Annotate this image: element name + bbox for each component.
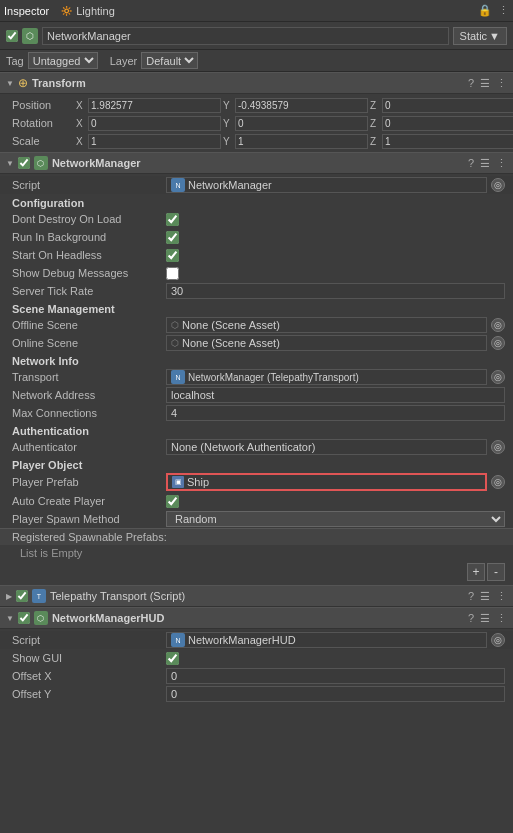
rotation-x-input[interactable] xyxy=(88,116,221,131)
static-button[interactable]: Static ▼ xyxy=(453,27,507,45)
scale-z-input[interactable] xyxy=(382,134,513,149)
nm-enabled-checkbox[interactable] xyxy=(18,157,30,169)
telepathy-menu-icon[interactable]: ⋮ xyxy=(496,590,507,603)
hud-script-icon: N xyxy=(171,633,185,647)
hud-settings-icon[interactable]: ☰ xyxy=(480,612,490,625)
scale-z-letter: Z xyxy=(370,136,380,147)
online-scene-icon: ⬡ xyxy=(171,338,179,348)
nm-transport-field: N NetworkManager (TelepathyTransport) xyxy=(166,369,487,385)
nm-show-debug-checkbox[interactable] xyxy=(166,267,179,280)
object-header: ⬡ Static ▼ xyxy=(0,22,513,50)
scale-x-item: X xyxy=(76,134,221,149)
nm-auto-create-checkbox[interactable] xyxy=(166,495,179,508)
transform-menu-icon[interactable]: ⋮ xyxy=(496,77,507,90)
position-y-item: Y xyxy=(223,98,368,113)
rotation-y-input[interactable] xyxy=(235,116,368,131)
telepathy-settings-icon[interactable]: ☰ xyxy=(480,590,490,603)
nm-player-prefab-field: ▣ Ship xyxy=(166,473,487,491)
tab-inspector[interactable]: Inspector xyxy=(4,5,49,17)
nm-transport-picker[interactable]: ◎ xyxy=(491,370,505,384)
menu-icon[interactable]: ⋮ xyxy=(498,4,509,17)
rotation-z-item: Z xyxy=(370,116,513,131)
transform-help-icon[interactable]: ? xyxy=(468,77,474,90)
nm-offline-scene-value: None (Scene Asset) xyxy=(182,319,280,331)
hud-script-field: N NetworkManagerHUD xyxy=(166,632,487,648)
lock-icon[interactable]: 🔒 xyxy=(478,4,492,17)
nm-menu-icon[interactable]: ⋮ xyxy=(496,157,507,170)
telepathy-enabled-checkbox[interactable] xyxy=(16,590,28,602)
position-x-input[interactable] xyxy=(88,98,221,113)
scale-y-input[interactable] xyxy=(235,134,368,149)
nm-section-header[interactable]: ▼ ⬡ NetworkManager ? ☰ ⋮ xyxy=(0,152,513,174)
transform-header-icons: ? ☰ ⋮ xyxy=(468,77,507,90)
nm-collapse-icon: ▼ xyxy=(6,159,14,168)
nm-add-prefab-button[interactable]: + xyxy=(467,563,485,581)
scale-row: Scale X Y Z xyxy=(0,132,513,150)
layer-select[interactable]: Default xyxy=(141,52,198,69)
scale-x-input[interactable] xyxy=(88,134,221,149)
nm-maxconn-row: Max Connections xyxy=(0,404,513,422)
hud-enabled-checkbox[interactable] xyxy=(18,612,30,624)
position-label: Position xyxy=(12,99,72,111)
nm-authenticator-picker[interactable]: ◎ xyxy=(491,440,505,454)
layer-label: Layer xyxy=(110,55,138,67)
nm-maxconn-input[interactable] xyxy=(166,405,505,421)
lighting-tab-label: Lighting xyxy=(76,5,115,17)
position-x-letter: X xyxy=(76,100,86,111)
nm-settings-icon[interactable]: ☰ xyxy=(480,157,490,170)
hud-section-header[interactable]: ▼ ⬡ NetworkManagerHUD ? ☰ ⋮ xyxy=(0,607,513,629)
hud-props: Script N NetworkManagerHUD ◎ Show GUI Of… xyxy=(0,629,513,705)
tag-layer-bar: Tag Untagged Layer Default xyxy=(0,50,513,72)
nm-remove-prefab-button[interactable]: - xyxy=(487,563,505,581)
tab-lighting[interactable]: 🔆 Lighting xyxy=(61,5,115,17)
rotation-y-letter: Y xyxy=(223,118,233,129)
hud-menu-icon[interactable]: ⋮ xyxy=(496,612,507,625)
telepathy-section-header[interactable]: ▶ T Telepathy Transport (Script) ? ☰ ⋮ xyxy=(0,585,513,607)
hud-show-gui-checkbox[interactable] xyxy=(166,652,179,665)
nm-show-debug-row: Show Debug Messages xyxy=(0,264,513,282)
position-row: Position X Y Z xyxy=(0,96,513,114)
position-y-input[interactable] xyxy=(235,98,368,113)
object-name-field[interactable] xyxy=(42,27,449,45)
nm-addr-label: Network Address xyxy=(12,389,162,401)
nm-spawn-method-row: Player Spawn Method Random xyxy=(0,510,513,528)
nm-script-picker[interactable]: ◎ xyxy=(491,178,505,192)
transform-section-header[interactable]: ▼ ⊕ Transform ? ☰ ⋮ xyxy=(0,72,513,94)
nm-help-icon[interactable]: ? xyxy=(468,157,474,170)
scale-z-item: Z xyxy=(370,134,513,149)
inspector-tab-label: Inspector xyxy=(4,5,49,17)
offline-scene-icon: ⬡ xyxy=(171,320,179,330)
nm-spawn-method-select[interactable]: Random xyxy=(166,511,505,527)
nm-addr-input[interactable] xyxy=(166,387,505,403)
nm-dont-destroy-checkbox[interactable] xyxy=(166,213,179,226)
nm-authenticator-field: None (Network Authenticator) xyxy=(166,439,487,455)
nm-start-headless-checkbox[interactable] xyxy=(166,249,179,262)
nm-script-label: Script xyxy=(12,179,162,191)
rotation-label: Rotation xyxy=(12,117,72,129)
nm-tick-input[interactable] xyxy=(166,283,505,299)
rotation-z-input[interactable] xyxy=(382,116,513,131)
tag-label: Tag xyxy=(6,55,24,67)
hud-help-icon[interactable]: ? xyxy=(468,612,474,625)
telepathy-help-icon[interactable]: ? xyxy=(468,590,474,603)
hud-script-picker[interactable]: ◎ xyxy=(491,633,505,647)
position-z-letter: Z xyxy=(370,100,380,111)
nm-player-prefab-row: Player Prefab ▣ Ship ◎ xyxy=(0,472,513,492)
transform-settings-icon[interactable]: ☰ xyxy=(480,77,490,90)
nm-offline-scene-picker[interactable]: ◎ xyxy=(491,318,505,332)
position-x-item: X xyxy=(76,98,221,113)
nm-run-bg-checkbox[interactable] xyxy=(166,231,179,244)
nm-start-headless-label: Start On Headless xyxy=(12,249,162,261)
hud-offset-y-input[interactable] xyxy=(166,686,505,702)
hud-offset-x-input[interactable] xyxy=(166,668,505,684)
nm-online-scene-picker[interactable]: ◎ xyxy=(491,336,505,350)
nm-auth-label: Authentication xyxy=(0,422,513,438)
position-z-input[interactable] xyxy=(382,98,513,113)
nm-auto-create-row: Auto Create Player xyxy=(0,492,513,510)
ship-prefab-icon: ▣ xyxy=(172,476,184,488)
rotation-y-item: Y xyxy=(223,116,368,131)
nm-player-prefab-picker[interactable]: ◎ xyxy=(491,475,505,489)
nm-script-field: N NetworkManager xyxy=(166,177,487,193)
tag-select[interactable]: Untagged xyxy=(28,52,98,69)
object-enabled-checkbox[interactable] xyxy=(6,30,18,42)
